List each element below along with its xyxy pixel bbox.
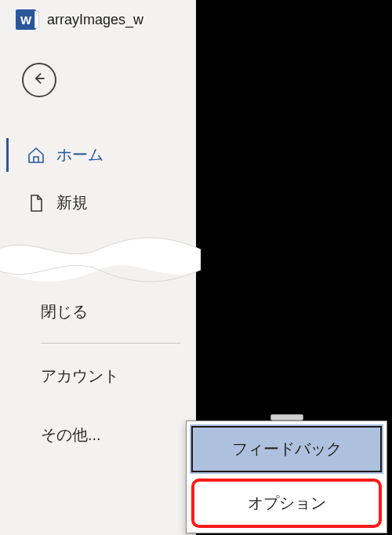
back-button[interactable] bbox=[22, 63, 56, 97]
popup-options[interactable]: オプション bbox=[191, 479, 382, 528]
popup-feedback-label: フィードバック bbox=[232, 440, 342, 457]
title-bar: W arrayImages_w bbox=[0, 0, 196, 36]
divider bbox=[41, 343, 180, 344]
more-popup-menu: フィードバック オプション bbox=[186, 420, 387, 533]
home-icon bbox=[27, 146, 45, 165]
lower-nav-list: 閉じる アカウント その他... bbox=[0, 282, 196, 464]
backstage-sidebar: W arrayImages_w ホーム 新規 閉じる bbox=[0, 0, 196, 535]
nav-new-label: 新規 bbox=[56, 192, 88, 213]
nav-home-label: ホーム bbox=[56, 144, 103, 166]
popup-options-label: オプション bbox=[248, 494, 326, 511]
nav-close[interactable]: 閉じる bbox=[41, 282, 180, 341]
popup-feedback[interactable]: フィードバック bbox=[190, 424, 383, 474]
word-icon-letter: W bbox=[20, 13, 31, 27]
nav-account[interactable]: アカウント bbox=[41, 347, 180, 406]
nav-list: ホーム 新規 bbox=[0, 133, 196, 224]
document-title: arrayImages_w bbox=[47, 12, 143, 28]
nav-new[interactable]: 新規 bbox=[0, 181, 196, 224]
nav-account-label: アカウント bbox=[41, 367, 119, 384]
truncation-indicator bbox=[0, 232, 196, 287]
word-app-icon: W bbox=[16, 9, 36, 30]
nav-more-label: その他... bbox=[41, 426, 101, 443]
nav-more[interactable]: その他... bbox=[41, 406, 180, 464]
document-icon bbox=[27, 194, 45, 213]
arrow-left-icon bbox=[31, 71, 47, 89]
nav-close-label: 閉じる bbox=[41, 303, 88, 320]
nav-home[interactable]: ホーム bbox=[0, 133, 196, 177]
